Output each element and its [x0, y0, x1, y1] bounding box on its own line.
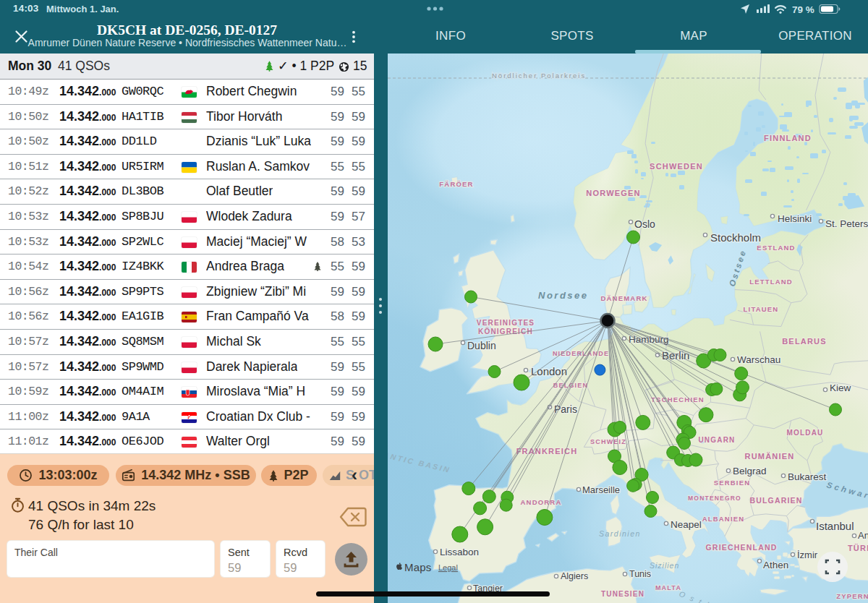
svg-text:VEREINIGTES: VEREINIGTES	[477, 319, 535, 327]
svg-text:FRANKREICH: FRANKREICH	[516, 447, 578, 456]
svg-text:Helsinki: Helsinki	[778, 213, 812, 224]
svg-text:GRIECHENLAND: GRIECHENLAND	[706, 543, 778, 552]
svg-text:SERBIEN: SERBIEN	[714, 479, 751, 487]
svg-text:KÖNIGREICH: KÖNIGREICH	[478, 327, 533, 335]
svg-text:SCHWEIZ: SCHWEIZ	[590, 438, 626, 445]
svg-text:Belgrad: Belgrad	[733, 466, 767, 476]
svg-text:Kiew: Kiew	[830, 382, 851, 393]
svg-text:Sizilien: Sizilien	[650, 561, 679, 570]
svg-text:Bukarest: Bukarest	[788, 471, 827, 482]
svg-text:NIEDERLANDE: NIEDERLANDE	[553, 350, 609, 357]
svg-text:LETTLAND: LETTLAND	[749, 278, 793, 286]
svg-text:RUMÄNIEN: RUMÄNIEN	[745, 452, 795, 461]
svg-text:MONTENEGRO: MONTENEGRO	[688, 495, 741, 502]
svg-text:Nördlicher Polarkreis: Nördlicher Polarkreis	[492, 72, 586, 80]
svg-text:Anka: Anka	[858, 530, 868, 541]
svg-text:ZYPERN: ZYPERN	[836, 592, 868, 600]
svg-text:İzmir: İzmir	[797, 549, 818, 560]
svg-text:MALTA: MALTA	[655, 584, 681, 591]
svg-text:FINNLAND: FINNLAND	[764, 134, 812, 142]
svg-text:Stockholm: Stockholm	[710, 231, 761, 244]
svg-text:St. Petersb: St. Petersb	[825, 218, 868, 229]
svg-text:FÄRÖER: FÄRÖER	[439, 180, 473, 188]
svg-text:79 %: 79 %	[792, 4, 814, 15]
svg-text:UNGARN: UNGARN	[698, 436, 735, 444]
svg-text:Dublin: Dublin	[467, 340, 496, 351]
svg-text:DÄNEMARK: DÄNEMARK	[600, 294, 647, 302]
svg-text:Istanbul: Istanbul	[816, 520, 854, 532]
svg-text:Neapel: Neapel	[671, 519, 702, 530]
svg-text:Tunis: Tunis	[629, 569, 651, 579]
svg-text:Oslo: Oslo	[634, 218, 655, 230]
svg-text:Athen: Athen	[763, 560, 788, 570]
svg-text:Warschau: Warschau	[737, 354, 780, 365]
svg-text:NORWEGEN: NORWEGEN	[586, 189, 640, 197]
svg-text:BULGARIEN: BULGARIEN	[749, 496, 802, 505]
svg-text:Maps: Maps	[404, 561, 431, 573]
svg-text:Marseille: Marseille	[582, 484, 620, 495]
svg-text:SCHWEDEN: SCHWEDEN	[650, 162, 703, 171]
svg-text:Legal: Legal	[438, 563, 458, 572]
svg-text:ANDORRA: ANDORRA	[521, 498, 562, 506]
svg-text:TÜRKEI: TÜRKEI	[848, 544, 868, 552]
svg-text:TUNESIEN: TUNESIEN	[601, 590, 644, 598]
svg-text:ALBANIEN: ALBANIEN	[702, 515, 745, 523]
svg-text:Lissabon: Lissabon	[440, 547, 479, 557]
svg-text:Nordsee: Nordsee	[538, 290, 589, 301]
svg-text:LITAUEN: LITAUEN	[744, 305, 779, 313]
svg-text:ESTLAND: ESTLAND	[757, 244, 795, 252]
svg-text:MOLDAU: MOLDAU	[786, 429, 823, 437]
svg-text:BELARUS: BELARUS	[782, 337, 827, 346]
svg-text:Algiers: Algiers	[561, 571, 588, 581]
svg-text:Sardinien: Sardinien	[599, 529, 641, 538]
